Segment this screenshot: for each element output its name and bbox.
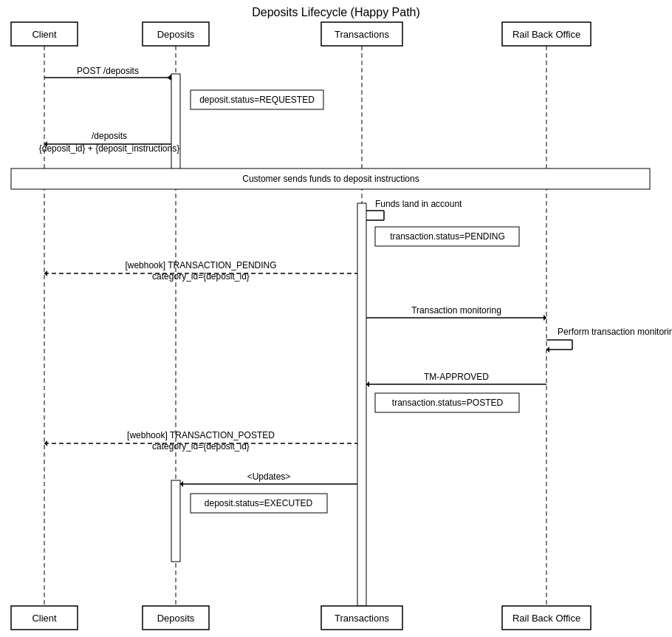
diagram-container: Deposits Lifecycle (Happy Path) Client D… (0, 0, 672, 637)
arrowhead-webhook-posted (44, 440, 47, 446)
combined-box-label: Customer sends funds to deposit instruct… (242, 174, 419, 184)
arrowhead-updates (180, 481, 183, 487)
arrowhead-post-deposits (167, 75, 171, 81)
actor-rail-back-office-label: Rail Back Office (512, 29, 580, 40)
msg-webhook-posted-1: [webhook] TRANSACTION_POSTED (127, 430, 275, 440)
msg-webhook-posted-2: category_id={deposit_id} (152, 441, 250, 452)
msg-webhook-pending-1: [webhook] TRANSACTION_PENDING (125, 260, 276, 270)
activation-deposits-1 (171, 74, 180, 181)
actor-deposits-label: Deposits (157, 29, 195, 40)
note-tx-pending-label: transaction.status=PENDING (390, 231, 505, 242)
arrowhead-tm-approved (366, 381, 369, 387)
diagram-title: Deposits Lifecycle (Happy Path) (252, 6, 420, 18)
note-deposit-executed-label: deposit.status=EXECUTED (205, 498, 313, 508)
msg-return-deposits-2: {deposit_id} + {deposit_instructions} (39, 143, 179, 154)
msg-updates: <Updates> (247, 471, 291, 482)
msg-tx-monitoring: Transaction monitoring (411, 305, 501, 316)
msg-perform-tm: Perform transaction monitoring (558, 327, 672, 337)
actor-transactions-bottom-label: Transactions (335, 613, 389, 624)
actor-deposits-bottom-label: Deposits (157, 613, 195, 624)
msg-funds-land: Funds land in account (375, 199, 462, 209)
msg-return-deposits: /deposits (92, 131, 127, 141)
activation-transactions-1 (357, 203, 366, 606)
note-tx-posted-label: transaction.status=POSTED (392, 398, 504, 408)
actor-transactions-label: Transactions (335, 29, 389, 40)
msg-post-deposits: POST /deposits (77, 66, 139, 76)
msg-tm-approved: TM-APPROVED (424, 372, 489, 382)
actor-rail-back-office-bottom-label: Rail Back Office (512, 613, 580, 624)
msg-webhook-pending-2: category_id={deposit_id} (152, 271, 250, 282)
activation-deposits-2 (171, 480, 180, 562)
arrowhead-perform-tm (546, 347, 549, 352)
actor-client-bottom-label: Client (32, 613, 57, 624)
arrowhead-tx-monitoring (544, 315, 546, 321)
note-deposit-requested-label: deposit.status=REQUESTED (199, 95, 315, 105)
arrowhead-webhook-pending (44, 270, 47, 276)
actor-client-label: Client (32, 29, 57, 40)
